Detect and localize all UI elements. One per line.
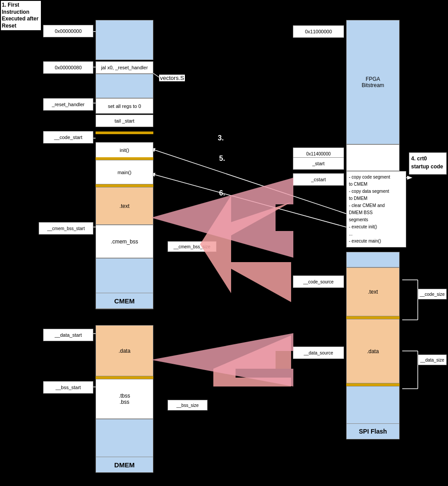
code-size-label: __code_size <box>418 289 447 299</box>
bss-size-label: __bss_size <box>168 400 208 410</box>
cstart-label: _cstart <box>293 173 344 186</box>
crt0-execute-init: - execute init() <box>349 223 404 231</box>
code-source-label: __code_source <box>293 275 344 288</box>
step4-label: 4. crt0 startup code <box>411 155 444 171</box>
svg-marker-25 <box>151 333 293 386</box>
main-box: main() <box>96 160 153 184</box>
set-regs-box: set all regs to 0 <box>96 98 153 114</box>
step3-label: 3. <box>218 134 224 142</box>
start-label: _start <box>293 157 344 170</box>
reset-handler-label: _reset_handler <box>43 98 93 111</box>
addr-0x0-label: 0x00000000 <box>43 25 93 37</box>
spi-blue-mid <box>346 252 400 267</box>
bss-start-label: __bss_start <box>43 381 93 394</box>
cmem-bss-start-label: __cmem_bss_start <box>39 222 93 235</box>
fpga-bitstream-box: FPGA Bitstream <box>346 20 400 144</box>
spi-start-box <box>346 144 400 171</box>
tail-start-box: tail _start <box>96 115 153 127</box>
dmem-bss-box: .tbss .bss <box>96 379 153 419</box>
jal-instr-box: jal x0, _reset_handler <box>96 61 153 74</box>
crt0-dots: ... <box>349 231 404 238</box>
step1-label: 1. First Instruction Executed after Rese… <box>1 1 41 30</box>
dmem-data-box: .data <box>96 325 153 376</box>
crt0-copy-data: - copy data segment to DMEM <box>349 188 404 202</box>
step5-label: 5. <box>219 155 225 163</box>
crt0-box: 4. crt0 startup code <box>409 152 447 175</box>
vectors-s-label: vectors.S <box>159 75 185 81</box>
code-start-divider <box>96 131 153 134</box>
cmem-top-blue <box>96 20 153 60</box>
spi-data-box: .data <box>346 319 400 383</box>
cmem-blue-mid <box>96 74 153 98</box>
code-start-label: __code_start <box>43 131 93 143</box>
step6-label: 6. <box>219 189 225 197</box>
data-size-label: __data_size <box>418 355 447 365</box>
data-start-label: __data_start <box>43 329 93 341</box>
crt0-clear: - clear CMEM and DMEM BSS segments <box>349 202 404 223</box>
spi-text-box: .text <box>346 267 400 316</box>
cmem-title: CMEM <box>96 293 153 309</box>
data-source-label: __data_source <box>293 347 344 359</box>
spi-flash-title: SPI Flash <box>346 423 400 439</box>
cmem-text-box: .text <box>96 187 153 225</box>
crt0-execute-main: - execute main() <box>349 238 404 245</box>
svg-marker-23 <box>213 335 291 386</box>
cmem-bss-box: .cmem_bss <box>96 225 153 258</box>
dmem-title: DMEM <box>96 457 153 473</box>
svg-line-10 <box>153 73 159 77</box>
crt0-desc-box: - copy code segment to CMEM - copy data … <box>346 171 406 247</box>
diagram: 1. First Instruction Executed after Rese… <box>0 0 448 486</box>
crt0-copy-code: - copy code segment to CMEM <box>349 174 404 188</box>
init-box: init() <box>96 142 153 158</box>
addr-0x11-label: 0x11000000 <box>293 25 344 38</box>
cmem-bss-size-label: __cmem_bss_size <box>168 241 216 252</box>
addr-0x80-label: 0x00000080 <box>43 61 93 74</box>
